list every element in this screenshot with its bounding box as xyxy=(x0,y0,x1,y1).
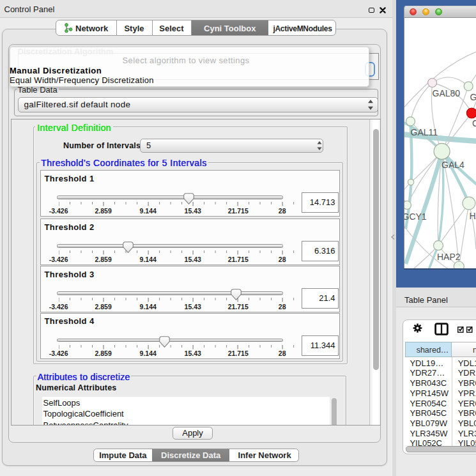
svg-text:GA: GA xyxy=(470,92,476,102)
svg-text:GAL80: GAL80 xyxy=(433,88,461,98)
svg-text:GAL11: GAL11 xyxy=(411,127,438,137)
svg-text:C: C xyxy=(472,118,476,128)
svg-text:GAL4: GAL4 xyxy=(441,160,464,170)
svg-text:HA: HA xyxy=(470,211,476,221)
svg-text:GCY1: GCY1 xyxy=(404,211,427,222)
svg-text:HAP2: HAP2 xyxy=(437,252,461,262)
